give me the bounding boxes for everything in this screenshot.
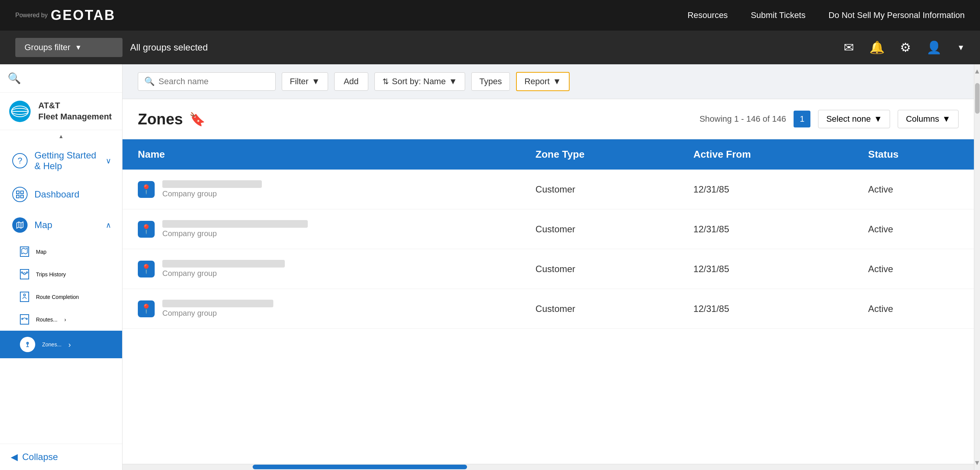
svg-rect-5	[21, 191, 23, 194]
sidebar-item-map-parent[interactable]: Map ∧	[0, 210, 122, 240]
add-button[interactable]: Add	[334, 72, 368, 91]
groups-selected-text: All groups selected	[130, 42, 208, 53]
col-header-zone-type: Zone Type	[520, 139, 678, 170]
filter-label: Filter	[290, 77, 309, 86]
company-logo-section: AT&T Fleet Management	[0, 93, 122, 130]
bottom-scroll-thumb	[253, 465, 467, 469]
sort-icon: ⇅	[382, 77, 389, 86]
top-nav-links: Resources Submit Tickets Do Not Sell My …	[688, 10, 965, 20]
zone-type-cell-0: Customer	[520, 170, 678, 209]
map-parent-label: Map	[34, 220, 99, 230]
zone-subtext-2: Company group	[162, 269, 285, 278]
sidebar-item-getting-started[interactable]: ? Getting Started & Help ∨	[0, 142, 122, 179]
bell-icon[interactable]: 🔔	[869, 40, 885, 55]
bottom-scrollbar[interactable]	[122, 464, 974, 470]
dashboard-label: Dashboard	[34, 189, 111, 200]
zone-name-content-3: Company group	[162, 300, 273, 318]
zone-pin-icon-3: 📍	[138, 300, 155, 317]
zone-name-cell-1: 📍 Company group	[122, 209, 520, 249]
route-completion-label: Route Completion	[36, 294, 79, 300]
help-icon: ?	[12, 153, 28, 168]
att-logo	[9, 101, 31, 122]
dashboard-icon	[12, 187, 28, 202]
table-row[interactable]: 📍 Company group Customer 12/31/85 Active	[122, 170, 974, 209]
map-parent-icon	[12, 217, 28, 233]
search-input-wrap: 🔍	[138, 72, 276, 91]
sidebar-item-routes[interactable]: Routes... ›	[0, 308, 122, 331]
scroll-down-arrow-icon[interactable]: ▼	[974, 459, 980, 467]
bookmark-icon[interactable]: 🔖	[189, 111, 205, 127]
map-chevron-icon: ∧	[106, 220, 111, 230]
submit-tickets-link[interactable]: Submit Tickets	[751, 10, 805, 20]
zone-name-bar-0	[162, 180, 262, 188]
page-1-button[interactable]: 1	[794, 111, 810, 127]
scrollbar-thumb	[975, 83, 980, 114]
user-dropdown-icon[interactable]: ▼	[957, 43, 965, 52]
status-cell-2: Active	[853, 249, 974, 289]
status-cell-1: Active	[853, 209, 974, 249]
company-name: AT&T Fleet Management	[38, 100, 112, 122]
table-row[interactable]: 📍 Company group Customer 12/31/85 Active	[122, 289, 974, 329]
col-header-status: Status	[853, 139, 974, 170]
collapse-button[interactable]: ◀ Collapse	[0, 444, 122, 470]
zones-header: Zones 🔖 Showing 1 - 146 of 146 1 Select …	[122, 99, 974, 139]
zones-arrow-icon: ›	[69, 340, 71, 349]
active-from-cell-1: 12/31/85	[678, 209, 853, 249]
zone-pin-icon-0: 📍	[138, 181, 155, 198]
active-from-cell-3: 12/31/85	[678, 289, 853, 329]
svg-point-14	[26, 272, 28, 273]
right-scrollbar[interactable]: ▲ ▼	[974, 64, 980, 470]
sidebar-scroll-up-icon[interactable]: ▲	[0, 130, 122, 142]
sidebar-item-trips-history[interactable]: Trips History	[0, 263, 122, 286]
select-none-button[interactable]: Select none ▼	[818, 110, 890, 128]
groups-filter-chevron-icon: ▼	[75, 44, 82, 52]
filter-button[interactable]: Filter ▼	[282, 72, 328, 91]
map-sub-icon	[20, 246, 29, 257]
zone-subtext-0: Company group	[162, 189, 262, 198]
zone-pin-icon-1: 📍	[138, 221, 155, 238]
svg-rect-6	[16, 195, 19, 198]
types-label: Types	[479, 77, 502, 86]
routes-arrow-icon: ›	[64, 317, 66, 323]
scroll-up-arrow-icon[interactable]: ▲	[974, 64, 980, 75]
logo-area: Powered by GEOTAB	[15, 7, 116, 23]
sidebar-search-area: 🔍	[0, 64, 122, 93]
powered-by-label: Powered by	[15, 12, 48, 19]
top-nav: Powered by GEOTAB Resources Submit Ticke…	[0, 0, 980, 31]
table-row[interactable]: 📍 Company group Customer 12/31/85 Active	[122, 209, 974, 249]
search-input[interactable]	[158, 77, 269, 86]
sidebar-item-zones[interactable]: Zones... ›	[0, 331, 122, 358]
user-icon[interactable]: 👤	[926, 40, 942, 55]
resources-link[interactable]: Resources	[688, 10, 728, 20]
sidebar-item-route-completion[interactable]: Route Completion	[0, 286, 122, 308]
col-header-active-from: Active From	[678, 139, 853, 170]
filter-chevron-icon: ▼	[312, 77, 320, 86]
zone-name-cell-3: 📍 Company group	[122, 289, 520, 329]
svg-line-16	[26, 273, 27, 274]
columns-button[interactable]: Columns ▼	[898, 110, 959, 128]
trips-history-icon	[20, 269, 29, 279]
gear-icon[interactable]: ⚙	[900, 40, 911, 55]
showing-text: Showing 1 - 146 of 146	[699, 114, 786, 124]
groups-filter-button[interactable]: Groups filter ▼	[15, 38, 122, 57]
sidebar-search-icon[interactable]: 🔍	[8, 72, 21, 85]
mail-icon[interactable]: ✉	[844, 40, 854, 55]
routes-icon	[20, 314, 29, 325]
sidebar-item-map[interactable]: Map	[0, 240, 122, 263]
sidebar-item-dashboard[interactable]: Dashboard	[0, 179, 122, 210]
zone-name-bar-2	[162, 260, 285, 268]
search-icon: 🔍	[144, 77, 155, 86]
zones-label: Zones...	[42, 341, 62, 348]
do-not-sell-link[interactable]: Do Not Sell My Personal Information	[828, 10, 965, 20]
report-button[interactable]: Report ▼	[516, 72, 570, 91]
col-header-name: Name	[122, 139, 520, 170]
zone-name-bar-1	[162, 220, 308, 228]
svg-marker-11	[22, 248, 28, 254]
table-row[interactable]: 📍 Company group Customer 12/31/85 Active	[122, 249, 974, 289]
zones-data-table: Name Zone Type Active From Status 📍 Comp…	[122, 139, 974, 329]
types-button[interactable]: Types	[471, 72, 510, 91]
sort-button[interactable]: ⇅ Sort by: Name ▼	[374, 72, 465, 91]
zone-type-cell-2: Customer	[520, 249, 678, 289]
svg-point-17	[24, 294, 26, 296]
svg-point-18	[22, 318, 23, 320]
